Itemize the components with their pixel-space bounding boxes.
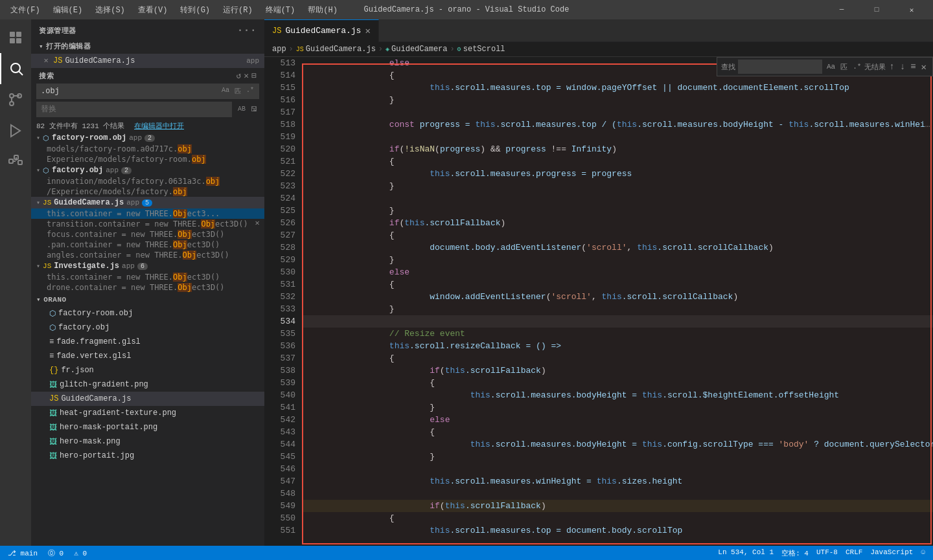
orano-file-hero-mask-portait[interactable]: 🖼 hero-mask-portait.png <box>31 420 264 434</box>
code-line: if(!isNaN(progress) && progress !== Infi… <box>303 143 933 155</box>
status-spaces[interactable]: 空格: 4 <box>781 548 809 558</box>
menu-file[interactable]: 文件(F) <box>6 5 44 16</box>
result-file-factory-obj[interactable]: ▾ ⬡ factory.obj app 2 <box>31 164 264 176</box>
status-eol[interactable]: CRLF <box>846 548 862 558</box>
line-num: 542 <box>280 414 295 426</box>
breadcrumb-file[interactable]: JS GuidedCamera.js <box>296 45 376 54</box>
find-next-button[interactable]: ↓ <box>898 60 907 73</box>
close-tab-icon[interactable]: ✕ <box>41 56 51 65</box>
code-line <box>303 463 933 475</box>
activity-explorer[interactable] <box>0 22 31 53</box>
activity-extensions[interactable] <box>0 146 31 177</box>
status-warnings[interactable]: ⚠ 0 <box>74 549 87 557</box>
match-case-btn[interactable]: Aa <box>220 86 231 96</box>
whole-word-find-btn[interactable]: 匹 <box>838 61 849 73</box>
tab-guidedcamera[interactable]: JS GuidedCamera.js ✕ <box>264 19 379 42</box>
match-context: Experience/models/factory-room. <box>47 155 192 164</box>
breadcrumb-method[interactable]: ⚙ setScroll <box>457 45 505 54</box>
orano-file-hero-portait[interactable]: 🖼 hero-portait.jpg <box>31 449 264 463</box>
menu-help[interactable]: 帮助(H) <box>304 5 341 16</box>
toggle-collapse-icon[interactable]: ⊟ <box>251 71 257 81</box>
code-line: } <box>303 254 933 266</box>
orano-file-heat-gradient[interactable]: 🖼 heat-gradient-texture.png <box>31 406 264 420</box>
orano-file-fr-json[interactable]: {} fr.json <box>31 363 264 377</box>
find-input[interactable] <box>738 60 822 74</box>
menu-select[interactable]: 选择(S) <box>91 5 129 16</box>
activity-debug[interactable] <box>0 115 31 146</box>
find-list-button[interactable]: ≡ <box>908 60 917 73</box>
code-line <box>303 106 933 118</box>
orano-file-factory-room[interactable]: ⬡ factory-room.obj <box>31 306 264 320</box>
status-ln-col[interactable]: Ln 534, Col 1 <box>718 548 774 558</box>
sidebar-more-button[interactable]: ··· <box>237 25 257 36</box>
replace-all-btn[interactable]: AB <box>236 105 248 114</box>
result-match-item[interactable]: /Experience/models/factory.obj <box>31 186 264 197</box>
result-filepath: app <box>129 134 142 142</box>
orano-file-factory[interactable]: ⬡ factory.obj <box>31 320 264 335</box>
orano-file-guidedcamera[interactable]: JS GuidedCamera.js <box>31 392 264 406</box>
result-match-item[interactable]: drone.container = new THREE.Object3D() <box>31 282 264 293</box>
clear-results-icon[interactable]: ✕ <box>244 71 249 81</box>
open-in-editor-link[interactable]: 在编辑器中打开 <box>134 121 184 131</box>
menu-edit[interactable]: 编辑(E) <box>49 5 87 16</box>
result-file-guidedcamera[interactable]: ▾ JS GuidedCamera.js app 5 <box>31 197 264 208</box>
activity-scm[interactable] <box>0 84 31 115</box>
orano-file-hero-mask[interactable]: 🖼 hero-mask.png <box>31 434 264 449</box>
obj-file-icon: ⬡ <box>43 166 49 175</box>
minimize-button[interactable]: ─ <box>827 0 857 19</box>
find-prev-button[interactable]: ↑ <box>887 60 896 73</box>
orano-section-header[interactable]: ▾ ORANO <box>31 293 264 306</box>
result-match-item[interactable]: innovation/models/factory.0631a3c.obj <box>31 176 264 186</box>
line-num: 538 <box>280 364 295 377</box>
menu-view[interactable]: 查看(V) <box>134 5 172 16</box>
open-file-item[interactable]: ✕ JS GuidedCamera.js app <box>31 54 264 68</box>
orano-file-fade-vertex[interactable]: ≡ fade.vertex.glsl <box>31 349 264 363</box>
breadcrumb-app[interactable]: app <box>272 45 286 54</box>
whole-word-btn[interactable]: 匹 <box>233 86 243 96</box>
result-match-item[interactable]: Experience/models/factory-room.obj <box>31 154 264 164</box>
maximize-button[interactable]: □ <box>862 0 892 19</box>
refresh-results-icon[interactable]: ↺ <box>236 71 242 81</box>
regex-btn[interactable]: .* <box>244 86 256 96</box>
code-line: this.scroll.measures.top = document.body… <box>303 524 933 537</box>
close-match-btn[interactable]: ✕ <box>206 209 262 236</box>
preserve-case-btn[interactable]: 🖫 <box>249 105 259 114</box>
result-match-item[interactable]: .pan.container = new THREE.Object3D() <box>31 240 264 250</box>
status-errors[interactable]: ⓪ 0 <box>48 548 63 558</box>
breadcrumb-sep1: › <box>289 45 294 54</box>
result-file-investigate[interactable]: ▾ JS Investigate.js app 6 <box>31 260 264 272</box>
tab-close-button[interactable]: ✕ <box>365 25 370 36</box>
orano-file-glitch-gradient[interactable]: 🖼 glitch-gradient.png <box>31 377 264 392</box>
svg-rect-12 <box>18 161 22 164</box>
collapse-icon: ▾ <box>36 166 40 174</box>
result-match-item[interactable]: this.container = new THREE.Object3D() <box>31 272 264 282</box>
open-editors-header[interactable]: ▾ 打开的编辑器 <box>31 39 264 54</box>
menu-run[interactable]: 运行(R) <box>219 5 257 16</box>
status-encoding[interactable]: UTF-8 <box>816 548 838 558</box>
close-icon[interactable]: ✕ <box>253 218 262 227</box>
status-language[interactable]: JavaScript <box>870 548 913 558</box>
match-case-find-btn[interactable]: Aa <box>825 62 837 72</box>
regex-find-btn[interactable]: .* <box>851 62 863 72</box>
replace-input[interactable] <box>41 105 227 114</box>
line-num: 546 <box>280 463 295 475</box>
code-line: { <box>303 155 933 168</box>
result-match-selected[interactable]: this.container = new THREE.Object3... ✕ <box>31 208 264 219</box>
menu-goto[interactable]: 转到(G) <box>176 5 214 16</box>
result-file-factory-room-obj[interactable]: ▾ ⬡ factory-room.obj app 2 <box>31 132 264 144</box>
sidebar: 资源管理器 ··· ▾ 打开的编辑器 ✕ JS GuidedCamera.js … <box>31 19 264 546</box>
result-match-item[interactable]: models/factory-room.a0d717c.obj <box>31 144 264 154</box>
code-editor[interactable]: 513 514 515 516 517 518 519 520 521 522 … <box>264 57 933 546</box>
result-match-item[interactable]: angles.container = new THREE.Object3D() <box>31 250 264 260</box>
title-bar: 文件(F) 编辑(E) 选择(S) 查看(V) 转到(G) 运行(R) 终端(T… <box>0 0 933 19</box>
close-button[interactable]: ✕ <box>897 0 927 19</box>
find-close-button[interactable]: ✕ <box>919 60 928 74</box>
breadcrumb-class[interactable]: ◈ GuidedCamera <box>386 45 447 54</box>
code-line: } <box>303 94 933 106</box>
code-line: } <box>303 205 933 217</box>
status-branch[interactable]: ⎇ main <box>8 549 38 557</box>
activity-search[interactable] <box>0 53 31 84</box>
status-feedback[interactable]: ☺ <box>921 548 925 558</box>
menu-terminal[interactable]: 终端(T) <box>262 5 299 16</box>
orano-file-fade-fragment[interactable]: ≡ fade.fragment.glsl <box>31 335 264 349</box>
